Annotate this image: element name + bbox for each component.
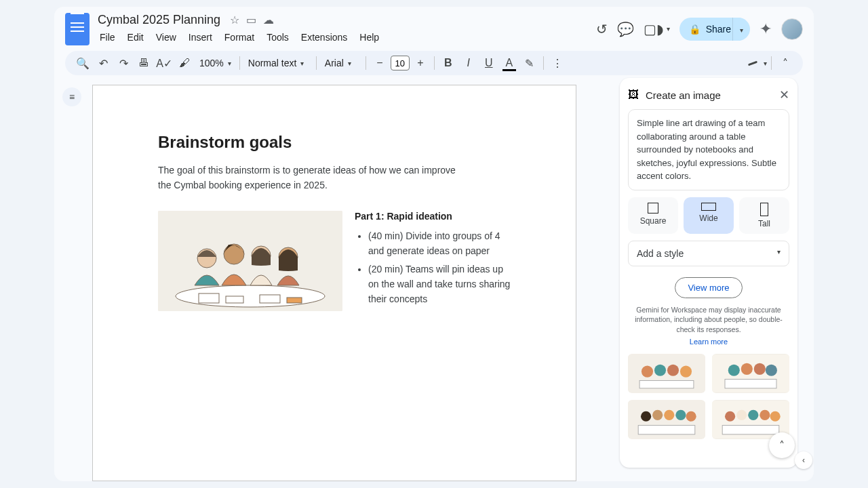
undo-icon[interactable]: ↶ bbox=[94, 54, 113, 73]
menu-bar: File Edit View Insert Format Tools Exten… bbox=[95, 29, 591, 45]
font-size-input[interactable] bbox=[391, 56, 410, 70]
svg-rect-35 bbox=[722, 425, 779, 434]
highlight-icon[interactable]: ✎ bbox=[520, 54, 539, 73]
heading-1[interactable]: Brainstorm goals bbox=[158, 133, 511, 152]
list-item[interactable]: (20 min) Teams will pin ideas up on the … bbox=[368, 262, 511, 307]
svg-point-1 bbox=[176, 285, 325, 307]
chevron-down-icon: ▾ bbox=[667, 25, 670, 33]
chevron-down-icon[interactable]: ▾ bbox=[764, 60, 767, 67]
menu-extensions[interactable]: Extensions bbox=[296, 29, 352, 45]
svg-point-14 bbox=[680, 365, 692, 377]
cloud-status-icon[interactable]: ☁ bbox=[263, 14, 274, 26]
bold-icon[interactable]: B bbox=[439, 54, 458, 73]
inline-image[interactable] bbox=[158, 211, 342, 311]
image-result-2[interactable] bbox=[712, 354, 789, 393]
image-result-1[interactable] bbox=[628, 354, 705, 393]
collapse-sidepanel-icon[interactable]: ‹ bbox=[795, 451, 812, 469]
image-icon: 🖼 bbox=[628, 89, 639, 101]
svg-rect-4 bbox=[260, 295, 280, 303]
svg-point-11 bbox=[642, 365, 653, 377]
menu-edit[interactable]: Edit bbox=[123, 29, 149, 45]
zoom-selector[interactable]: 100%▾ bbox=[195, 55, 235, 71]
star-icon[interactable]: ☆ bbox=[230, 14, 239, 26]
menu-view[interactable]: View bbox=[151, 29, 181, 45]
paint-format-icon[interactable]: 🖌 bbox=[175, 54, 194, 73]
intro-paragraph[interactable]: The goal of this brainstorm is to genera… bbox=[158, 163, 470, 193]
bullet-list[interactable]: (40 min) Divide into groups of 4 and gen… bbox=[355, 228, 511, 307]
panel-title: Create an image bbox=[646, 89, 772, 101]
svg-point-23 bbox=[641, 411, 651, 421]
disclaimer-text: Gemini for Workspace may display inaccur… bbox=[628, 305, 789, 335]
svg-point-33 bbox=[760, 409, 770, 420]
aspect-tall[interactable]: Tall bbox=[739, 197, 789, 234]
chevron-down-icon: ▾ bbox=[777, 248, 781, 259]
share-button[interactable]: 🔒 Share bbox=[679, 18, 741, 41]
image-result-3[interactable] bbox=[628, 400, 705, 439]
svg-point-27 bbox=[686, 411, 696, 421]
svg-point-30 bbox=[725, 411, 735, 421]
svg-point-32 bbox=[748, 409, 758, 420]
svg-point-7 bbox=[224, 244, 244, 264]
svg-rect-5 bbox=[287, 298, 302, 303]
close-icon[interactable]: ✕ bbox=[779, 87, 789, 102]
outline-toggle-icon[interactable]: ≡ bbox=[62, 87, 81, 106]
chevron-down-icon: ▾ bbox=[740, 26, 743, 34]
redo-icon[interactable]: ↷ bbox=[114, 54, 133, 73]
account-avatar[interactable] bbox=[781, 18, 803, 40]
svg-rect-3 bbox=[226, 296, 243, 303]
increase-font-icon[interactable]: + bbox=[411, 54, 430, 73]
document-page[interactable]: Brainstorm goals The goal of this brains… bbox=[92, 85, 576, 481]
underline-icon[interactable]: U bbox=[479, 54, 498, 73]
comments-icon[interactable]: 💬 bbox=[617, 21, 634, 37]
editing-mode-icon[interactable] bbox=[743, 54, 762, 73]
text-color-icon[interactable]: A bbox=[500, 54, 519, 73]
meet-button[interactable]: ▢◗ ▾ bbox=[644, 21, 670, 37]
svg-point-19 bbox=[754, 363, 766, 374]
aspect-wide[interactable]: Wide bbox=[684, 197, 734, 234]
menu-file[interactable]: File bbox=[95, 29, 120, 45]
square-shape-icon bbox=[648, 203, 658, 214]
svg-rect-21 bbox=[725, 379, 776, 388]
svg-point-24 bbox=[652, 409, 663, 420]
toolbar: 🔍 ↶ ↷ 🖶 A✓ 🖌 100%▾ Normal text▾ Arial▾ −… bbox=[65, 51, 803, 75]
svg-rect-2 bbox=[199, 293, 219, 303]
svg-point-31 bbox=[736, 409, 747, 420]
menu-insert[interactable]: Insert bbox=[184, 29, 217, 45]
spellcheck-icon[interactable]: A✓ bbox=[155, 54, 174, 73]
learn-more-link[interactable]: Learn more bbox=[628, 338, 789, 346]
italic-icon[interactable]: I bbox=[459, 54, 478, 73]
menu-tools[interactable]: Tools bbox=[262, 29, 294, 45]
menu-help[interactable]: Help bbox=[355, 29, 384, 45]
lock-icon: 🔒 bbox=[689, 24, 701, 35]
view-more-button[interactable]: View more bbox=[675, 277, 742, 298]
search-icon[interactable]: 🔍 bbox=[73, 54, 92, 73]
tall-shape-icon bbox=[760, 203, 768, 216]
style-selector[interactable]: Add a style ▾ bbox=[628, 241, 789, 266]
svg-point-20 bbox=[766, 364, 777, 375]
move-icon[interactable]: ▭ bbox=[246, 14, 256, 26]
list-item[interactable]: (40 min) Divide into groups of 4 and gen… bbox=[368, 228, 511, 259]
svg-point-13 bbox=[667, 364, 679, 375]
part1-title[interactable]: Part 1: Rapid ideation bbox=[355, 211, 511, 222]
aspect-square[interactable]: Square bbox=[628, 197, 678, 234]
history-icon[interactable]: ↺ bbox=[596, 21, 608, 37]
gemini-icon[interactable]: ✦ bbox=[760, 20, 772, 38]
wide-shape-icon bbox=[701, 203, 716, 211]
svg-rect-28 bbox=[638, 425, 695, 434]
paragraph-style-selector[interactable]: Normal text▾ bbox=[244, 55, 312, 71]
print-icon[interactable]: 🖶 bbox=[134, 54, 153, 73]
scroll-top-button[interactable]: ˄ bbox=[769, 432, 795, 458]
docs-logo-icon[interactable] bbox=[65, 13, 90, 45]
collapse-toolbar-icon[interactable]: ˄ bbox=[776, 54, 795, 73]
svg-rect-15 bbox=[639, 380, 694, 388]
decrease-font-icon[interactable]: − bbox=[370, 54, 389, 73]
prompt-textarea[interactable]: Simple line art drawing of a team collab… bbox=[628, 109, 789, 190]
svg-point-18 bbox=[741, 363, 753, 374]
create-image-panel: 🖼 Create an image ✕ Simple line art draw… bbox=[620, 78, 797, 468]
font-selector[interactable]: Arial▾ bbox=[321, 55, 361, 71]
svg-point-12 bbox=[654, 364, 666, 375]
menu-format[interactable]: Format bbox=[220, 29, 259, 45]
share-dropdown[interactable]: ▾ bbox=[732, 18, 750, 41]
more-options-icon[interactable]: ⋮ bbox=[548, 54, 567, 73]
document-title[interactable]: Cymbal 2025 Planning bbox=[95, 12, 223, 28]
